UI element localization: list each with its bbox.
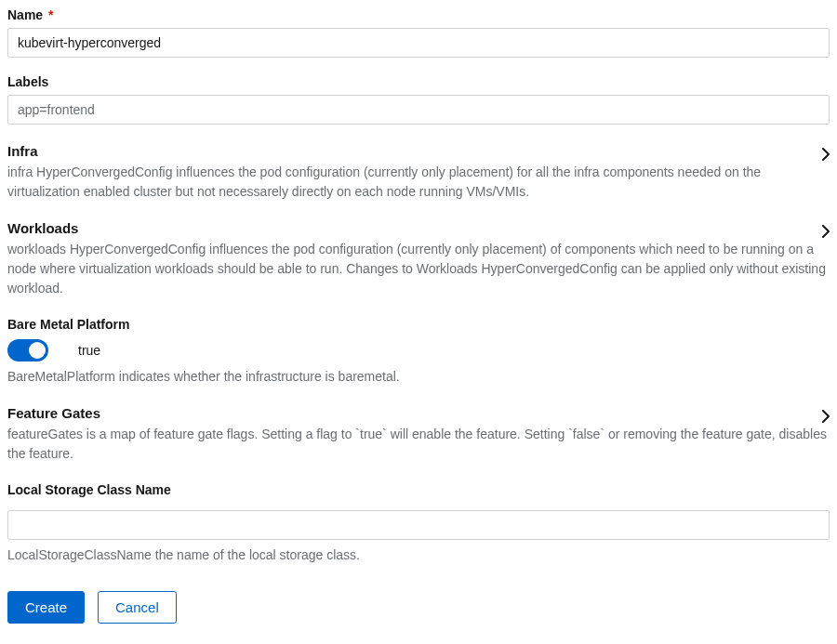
infra-desc: infra HyperConvergedConfig influences th… bbox=[7, 163, 830, 202]
create-button[interactable]: Create bbox=[7, 591, 85, 624]
required-asterisk: * bbox=[48, 7, 53, 22]
name-label: Name * bbox=[7, 7, 830, 22]
feature-gates-section-header[interactable]: Feature Gates bbox=[7, 405, 830, 421]
bare-metal-desc: BareMetalPlatform indicates whether the … bbox=[7, 367, 830, 387]
chevron-right-icon bbox=[820, 409, 830, 418]
bare-metal-title: Bare Metal Platform bbox=[7, 317, 830, 332]
chevron-right-icon bbox=[820, 224, 830, 233]
workloads-title: Workloads bbox=[7, 220, 78, 236]
labels-input[interactable] bbox=[7, 95, 830, 125]
toggle-knob bbox=[29, 342, 46, 359]
bare-metal-toggle[interactable] bbox=[7, 339, 48, 361]
feature-gates-title: Feature Gates bbox=[7, 405, 100, 421]
local-storage-input[interactable] bbox=[7, 510, 830, 540]
infra-title: Infra bbox=[7, 143, 38, 159]
workloads-desc: workloads HyperConvergedConfig influence… bbox=[7, 240, 830, 298]
cancel-button[interactable]: Cancel bbox=[98, 591, 177, 624]
bare-metal-value: true bbox=[78, 343, 100, 358]
local-storage-title: Local Storage Class Name bbox=[7, 482, 830, 497]
name-label-text: Name bbox=[7, 7, 43, 22]
labels-label: Labels bbox=[7, 74, 830, 89]
chevron-right-icon bbox=[820, 147, 830, 156]
local-storage-desc: LocalStorageClassName the name of the lo… bbox=[7, 545, 830, 565]
workloads-section-header[interactable]: Workloads bbox=[7, 220, 830, 236]
name-input[interactable] bbox=[7, 28, 830, 58]
infra-section-header[interactable]: Infra bbox=[7, 143, 830, 159]
feature-gates-desc: featureGates is a map of feature gate fl… bbox=[7, 425, 830, 464]
